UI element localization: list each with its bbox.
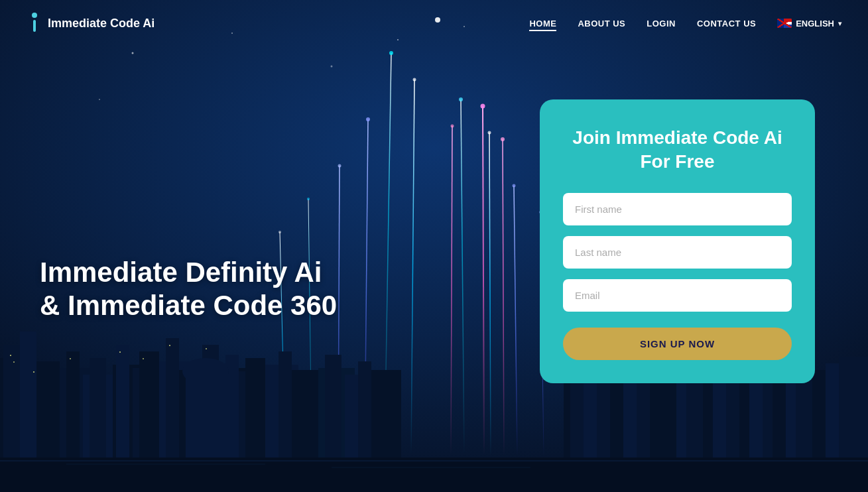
language-selector[interactable]: ENGLISH ▾ <box>777 19 841 29</box>
logo[interactable]: Immediate Code Ai <box>27 13 155 34</box>
signup-title: Join Immediate Code Ai For Free <box>563 126 792 174</box>
nav-login[interactable]: LOGIN <box>647 19 676 29</box>
first-name-input[interactable] <box>563 193 792 225</box>
nav-contact[interactable]: CONTACT US <box>697 19 756 29</box>
nav-home[interactable]: HOME <box>529 19 556 31</box>
logo-icon <box>27 13 42 34</box>
last-name-input[interactable] <box>563 236 792 269</box>
signup-button[interactable]: SIGN UP NOW <box>563 328 792 360</box>
signup-card: Join Immediate Code Ai For Free SIGN UP … <box>540 99 815 383</box>
language-label: ENGLISH <box>796 19 834 29</box>
hero-title: Immediate Definity Ai & Immediate Code 3… <box>40 256 371 323</box>
nav-about[interactable]: ABOUT US <box>578 19 625 29</box>
hero-section: Immediate Code Ai HOME ABOUT US LOGIN CO… <box>0 0 868 492</box>
first-name-group <box>563 193 792 225</box>
email-group <box>563 279 792 312</box>
hero-text: Immediate Definity Ai & Immediate Code 3… <box>40 256 371 323</box>
email-input[interactable] <box>563 279 792 312</box>
nav-links: HOME ABOUT US LOGIN CONTACT US ENGLISH ▾ <box>529 17 841 29</box>
flag-icon <box>777 19 792 28</box>
chevron-down-icon: ▾ <box>838 20 841 27</box>
navbar: Immediate Code Ai HOME ABOUT US LOGIN CO… <box>0 0 868 46</box>
brand-name: Immediate Code Ai <box>48 17 155 31</box>
last-name-group <box>563 236 792 269</box>
hero-content: Immediate Definity Ai & Immediate Code 3… <box>0 46 868 492</box>
